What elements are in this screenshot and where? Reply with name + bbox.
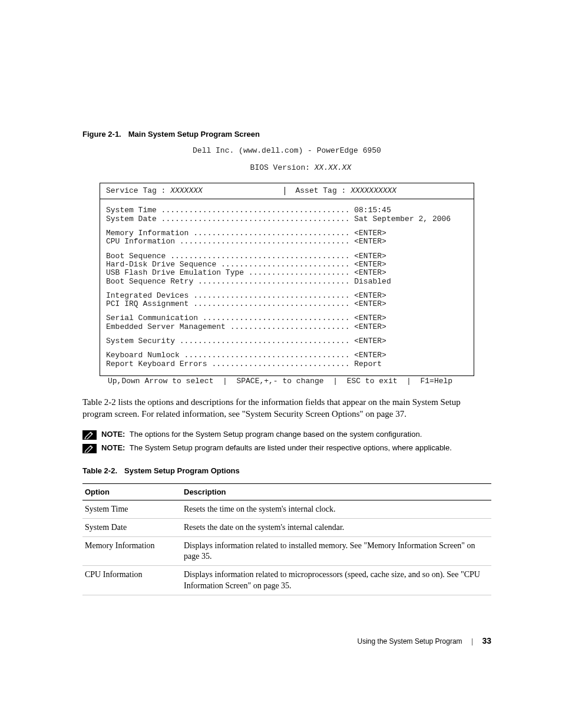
note-body: The System Setup program defaults are li…	[127, 443, 451, 452]
table-label: Table 2-2.	[82, 466, 117, 475]
note-label: NOTE:	[101, 443, 125, 452]
note-icon	[82, 444, 97, 453]
bios-option-line: USB Flash Drive Emulation Type .........…	[106, 269, 468, 277]
note-label: NOTE:	[101, 430, 125, 439]
options-table: Option Description System TimeResets the…	[82, 483, 491, 595]
figure-title: Main System Setup Program Screen	[128, 130, 260, 139]
bios-screen: Dell Inc. (www.dell.com) - PowerEdge 695…	[100, 147, 474, 386]
table-row: CPU InformationDisplays information rela…	[82, 566, 491, 595]
bios-option-line: Hard-Disk Drive Sequence ...............…	[106, 261, 468, 269]
bios-header: Dell Inc. (www.dell.com) - PowerEdge 695…	[100, 147, 474, 155]
table-row: Memory InformationDisplays information r…	[82, 537, 491, 566]
note-row: NOTE: The options for the System Setup p…	[82, 430, 491, 440]
bios-option-line: Memory Information .....................…	[106, 229, 468, 238]
bios-option-line: Serial Communication ...................…	[106, 314, 468, 322]
figure-caption: Figure 2-1.Main System Setup Program Scr…	[82, 130, 491, 139]
table-cell-description: Resets the time on the system's internal…	[181, 500, 491, 518]
bios-footer-hints: Up,Down Arrow to select | SPACE,+,- to c…	[100, 377, 474, 386]
bios-option-line: System Security ........................…	[106, 337, 468, 345]
table-cell-description: Displays information related to micropro…	[181, 566, 491, 595]
figure-label: Figure 2-1.	[82, 130, 121, 139]
page-footer: Using the System Setup Program | 33	[358, 636, 491, 645]
bios-option-line: PCI IRQ Assignment .....................…	[106, 300, 468, 308]
footer-section: Using the System Setup Program	[358, 637, 462, 645]
table-row: System TimeResets the time on the system…	[82, 500, 491, 518]
note-row: NOTE: The System Setup program defaults …	[82, 443, 491, 453]
body-paragraph: Table 2-2 lists the options and descript…	[82, 396, 491, 420]
table-caption: Table 2-2.System Setup Program Options	[82, 466, 491, 475]
bios-subheader: BIOS Version: XX.XX.XX	[100, 155, 474, 180]
table-cell-option: System Date	[82, 518, 181, 536]
table-cell-option: System Time	[82, 500, 181, 518]
footer-separator: |	[471, 637, 473, 645]
asset-tag: Asset Tag : XXXXXXXXXX	[285, 187, 468, 195]
bios-main-panel: System Time ............................…	[100, 199, 474, 375]
table-header-description: Description	[181, 483, 491, 500]
bios-tag-row: Service Tag : XXXXXXX Asset Tag : XXXXXX…	[100, 183, 474, 199]
bios-option-line: CPU Information ........................…	[106, 238, 468, 246]
bios-option-line: Embedded Server Management .............…	[106, 323, 468, 331]
table-cell-option: CPU Information	[82, 566, 181, 595]
note-text: NOTE: The System Setup program defaults …	[101, 443, 452, 452]
table-row: System DateResets the date on the system…	[82, 518, 491, 536]
table-title: System Setup Program Options	[124, 466, 240, 475]
table-cell-description: Displays information related to installe…	[181, 537, 491, 566]
service-tag: Service Tag : XXXXXXX	[106, 187, 279, 195]
note-icon	[82, 430, 97, 440]
table-cell-option: Memory Information	[82, 537, 181, 566]
bios-option-line: Integrated Devices .....................…	[106, 292, 468, 300]
bios-option-line: Keyboard Numlock .......................…	[106, 351, 468, 360]
bios-option-line: Report Keyboard Errors .................…	[106, 360, 468, 368]
page-number: 33	[482, 636, 491, 645]
bios-option-line: System Date ............................…	[106, 215, 468, 223]
bios-option-line: Boot Sequence Retry ....................…	[106, 278, 468, 286]
table-cell-description: Resets the date on the system's internal…	[181, 518, 491, 536]
bios-option-line: System Time ............................…	[106, 206, 468, 215]
table-header-option: Option	[82, 483, 181, 500]
note-text: NOTE: The options for the System Setup p…	[101, 430, 422, 439]
bios-option-line: Boot Sequence ..........................…	[106, 252, 468, 261]
note-body: The options for the System Setup program…	[127, 430, 422, 439]
